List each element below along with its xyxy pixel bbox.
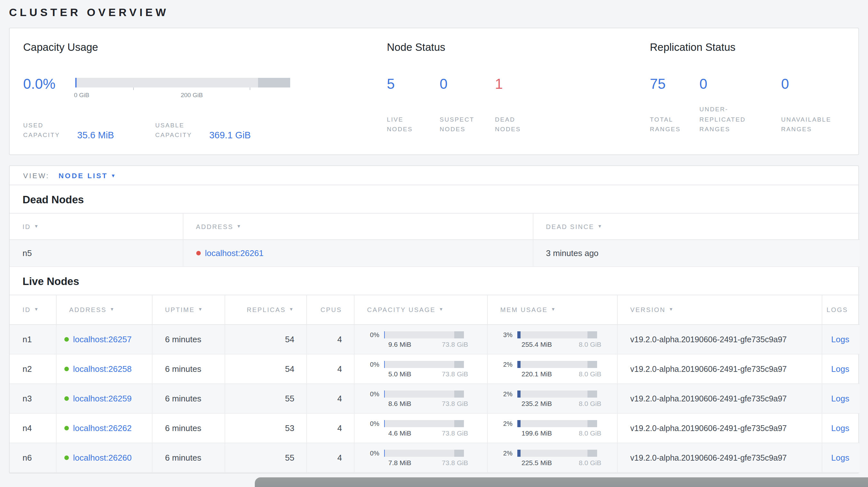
dead-since-cell: 3 minutes ago	[533, 240, 860, 267]
chevron-down-icon[interactable]: ▾	[112, 172, 115, 178]
logs-cell: Logs	[822, 413, 860, 443]
usage-bar	[384, 331, 464, 338]
column-label: LOGS	[827, 306, 848, 313]
capacity-bar-used-fill	[75, 78, 76, 88]
view-mode-selected[interactable]: NODE LIST	[59, 171, 108, 179]
usage-bar	[384, 420, 464, 427]
column-header-uptime[interactable]: UPTIME▼	[152, 295, 224, 325]
column-header-replicas[interactable]: REPLICAS▼	[224, 295, 306, 325]
usage-total-value: 73.8 GiB	[442, 399, 468, 407]
sort-caret-icon: ▼	[110, 307, 115, 312]
cpus-cell: 4	[306, 384, 354, 413]
usage-total-value: 8.0 GiB	[579, 340, 601, 348]
column-label: UPTIME	[165, 306, 195, 313]
suspect-nodes-count: 0	[439, 76, 495, 93]
column-header-id[interactable]: ID▼	[10, 295, 56, 325]
live-node-row: n1localhost:262576 minutes5440%9.6 MiB73…	[10, 325, 860, 354]
logs-cell: Logs	[822, 354, 860, 384]
usage-used-value: 220.1 MiB	[522, 370, 552, 378]
column-header-dead-since[interactable]: DEAD SINCE▼	[533, 213, 860, 240]
mem-usage-widget: 3%255.4 MiB8.0 GiB	[487, 331, 617, 348]
replicas-cell: 54	[224, 325, 306, 354]
dead-status-dot-icon	[196, 251, 200, 255]
uptime-cell: 6 minutes	[152, 413, 224, 443]
bottom-overlay-bar[interactable]	[255, 477, 868, 487]
version-cell: v19.2.0-alpha.20190606-2491-gfe735c9a97	[617, 384, 822, 413]
version-cell: v19.2.0-alpha.20190606-2491-gfe735c9a97	[617, 354, 822, 384]
dead-nodes-table: ID▼ADDRESS▼DEAD SINCE▼n5localhost:262613…	[10, 213, 860, 267]
column-header-capacity-usage[interactable]: CAPACITY USAGE▼	[354, 295, 487, 325]
sort-caret-icon: ▼	[551, 307, 556, 312]
node-status-section: Node Status 5 LIVE NODES 0 SUSPECT NODES…	[387, 41, 650, 143]
usable-capacity-stat: USABLE CAPACITY 369.1 GiB	[155, 120, 251, 140]
capacity-usage-section: Capacity Usage 0.0% 0 GiB 200 GiB	[23, 41, 387, 143]
sort-caret-icon: ▼	[597, 224, 603, 228]
node-address-link[interactable]: localhost:26259	[73, 394, 132, 403]
version-cell: v19.2.0-alpha.20190606-2491-gfe735c9a97	[617, 325, 822, 354]
usage-percent: 0%	[354, 390, 384, 397]
column-header-id[interactable]: ID▼	[10, 213, 183, 240]
logs-link[interactable]: Logs	[831, 394, 849, 403]
usage-percent: 0%	[354, 420, 384, 427]
mem-usage-cell: 2%235.2 MiB8.0 GiB	[487, 384, 617, 413]
usage-total-value: 8.0 GiB	[579, 370, 601, 378]
node-address-link[interactable]: localhost:26262	[73, 423, 132, 433]
suspect-nodes-stat: 0 SUSPECT NODES	[439, 76, 495, 134]
mem-usage-cell: 3%255.4 MiB8.0 GiB	[487, 325, 617, 354]
usage-percent: 0%	[354, 361, 384, 368]
usage-bar	[517, 390, 597, 397]
dead-node-row: n5localhost:262613 minutes ago	[10, 240, 860, 267]
column-label: MEM USAGE	[500, 306, 548, 313]
logs-link[interactable]: Logs	[831, 364, 849, 374]
column-label: VERSION	[630, 306, 665, 313]
replication-status-heading: Replication Status	[650, 41, 858, 54]
mem-usage-cell: 2%225.5 MiB8.0 GiB	[487, 443, 617, 473]
logs-link[interactable]: Logs	[831, 423, 849, 433]
column-header-version[interactable]: VERSION▼	[617, 295, 822, 325]
node-address-link[interactable]: localhost:26260	[73, 453, 132, 462]
total-ranges-count: 75	[650, 76, 700, 93]
capacity-usage-cell: 0%4.6 MiB73.8 GiB	[354, 413, 487, 443]
usage-used-value: 8.6 MiB	[388, 399, 411, 407]
total-ranges-label: TOTAL RANGES	[650, 114, 685, 134]
usage-total-value: 8.0 GiB	[579, 459, 601, 466]
capacity-bar-reserved-segment	[258, 78, 290, 88]
under-replicated-ranges-count: 0	[700, 76, 781, 93]
view-mode-dropdown[interactable]: NODE LIST ▾	[59, 171, 115, 179]
sort-caret-icon: ▼	[289, 307, 294, 312]
node-address-cell: localhost:26260	[56, 443, 152, 473]
capacity-usage-heading: Capacity Usage	[23, 41, 387, 54]
usage-used-value: 4.6 MiB	[388, 429, 411, 437]
view-label: VIEW:	[23, 171, 50, 179]
used-capacity-label: USED CAPACITY	[23, 120, 64, 140]
node-address-cell: localhost:26258	[56, 354, 152, 384]
sort-caret-icon: ▼	[237, 224, 242, 228]
logs-link[interactable]: Logs	[831, 334, 849, 344]
usage-bar	[517, 361, 597, 368]
column-header-address[interactable]: ADDRESS▼	[183, 213, 533, 240]
capacity-bar-chart: 0 GiB 200 GiB	[75, 76, 290, 100]
dead-nodes-label: DEAD NODES	[495, 114, 533, 134]
uptime-cell: 6 minutes	[152, 384, 224, 413]
replicas-cell: 53	[224, 413, 306, 443]
live-nodes-stat: 5 LIVE NODES	[387, 76, 439, 134]
column-header-mem-usage[interactable]: MEM USAGE▼	[487, 295, 617, 325]
capacity-usage-cell: 0%9.6 MiB73.8 GiB	[354, 325, 487, 354]
node-address-link[interactable]: localhost:26258	[73, 364, 132, 374]
usage-used-value: 199.6 MiB	[522, 429, 552, 437]
suspect-nodes-label: SUSPECT NODES	[439, 114, 478, 134]
column-header-address[interactable]: ADDRESS▼	[56, 295, 152, 325]
usage-percent: 0%	[354, 450, 384, 457]
axis-label-200: 200 GiB	[181, 91, 203, 98]
mem-usage-widget: 2%220.1 MiB8.0 GiB	[487, 360, 617, 378]
column-label: ADDRESS	[196, 223, 233, 230]
used-capacity-stat: USED CAPACITY 35.6 MiB	[23, 120, 114, 140]
node-address-link[interactable]: localhost:26257	[73, 334, 132, 344]
under-replicated-ranges-label: UNDER-REPLICATED RANGES	[700, 104, 756, 134]
unavailable-ranges-count: 0	[781, 76, 858, 93]
used-capacity-value: 35.6 MiB	[77, 130, 114, 140]
capacity-usage-widget: 0%9.6 MiB73.8 GiB	[354, 331, 487, 348]
logs-link[interactable]: Logs	[831, 453, 849, 462]
replication-status-section: Replication Status 75 TOTAL RANGES 0 UND…	[650, 41, 858, 143]
node-address-link[interactable]: localhost:26261	[205, 248, 264, 258]
